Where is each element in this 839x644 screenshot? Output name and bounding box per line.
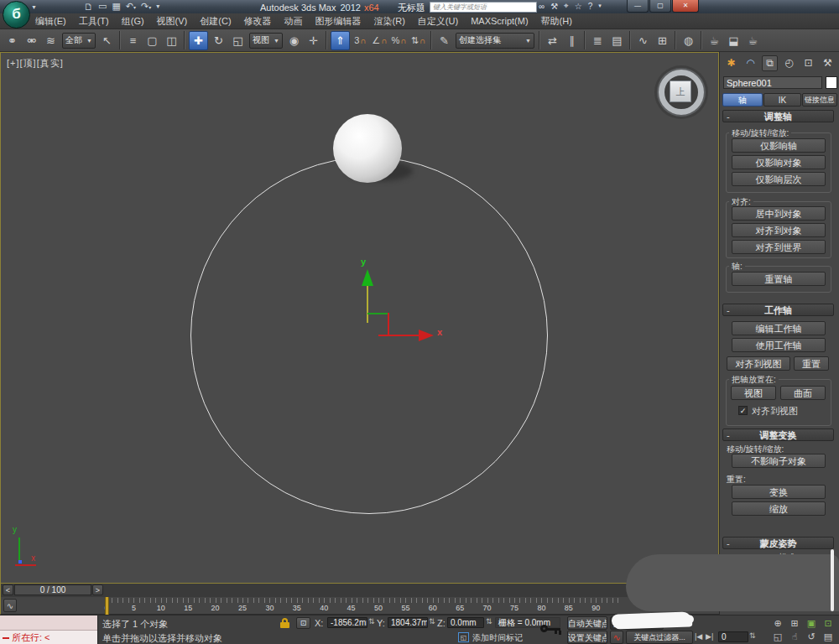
absolute-mode-icon[interactable]: ⊡ — [296, 617, 310, 629]
menu-customize[interactable]: 自定义(U) — [418, 15, 458, 28]
listener-field[interactable]: 所在行: < — [0, 631, 97, 644]
set-key-button[interactable]: 设置关键点 — [567, 631, 607, 644]
open-file-icon[interactable]: ▭ — [98, 1, 107, 12]
object-name-field[interactable]: Sphere001 — [723, 76, 822, 89]
minimize-button[interactable]: — — [627, 0, 649, 13]
align-to-view-checkbox[interactable]: ✓ — [738, 406, 748, 415]
help-icon[interactable]: ? — [588, 2, 593, 11]
material-editor-icon[interactable]: ◍ — [680, 32, 697, 49]
snaps-toggle-icon[interactable]: 3∩ — [352, 32, 369, 49]
menu-views[interactable]: 视图(V) — [157, 15, 188, 28]
maximize-button[interactable]: ▢ — [649, 0, 671, 13]
select-and-rotate-icon[interactable]: ↻ — [210, 32, 227, 49]
selection-lock-icon[interactable] — [279, 618, 291, 628]
mirror-icon[interactable]: ⇄ — [544, 32, 561, 49]
create-tab-icon[interactable]: ✱ — [723, 55, 739, 71]
redo-icon[interactable]: ↷▾ — [141, 1, 151, 12]
select-and-manipulate-icon[interactable]: ✛ — [305, 32, 322, 49]
zoom-all-icon[interactable]: ⊞ — [787, 617, 802, 630]
time-tag-icon[interactable]: ◱ — [458, 632, 469, 642]
previous-frame-button[interactable]: < — [3, 584, 13, 595]
menu-edit[interactable]: 编辑(E) — [35, 15, 66, 28]
zoom-region-icon[interactable]: ◱ — [770, 631, 785, 643]
y-spinner[interactable]: ⇅ — [429, 617, 435, 626]
menu-animation[interactable]: 动画 — [284, 15, 303, 28]
y-coordinate-field[interactable]: 1804.37mm — [388, 617, 428, 628]
dont-affect-children-button[interactable]: 不影响子对象 — [732, 454, 826, 468]
align-icon[interactable]: ∥ — [563, 32, 581, 49]
rectangular-selection-region-icon[interactable]: ▢ — [143, 32, 161, 49]
hierarchy-tab-icon[interactable]: ⧉ — [762, 55, 778, 71]
percent-snap-icon[interactable]: %∩ — [390, 32, 408, 49]
viewcube[interactable]: 上 — [654, 65, 708, 119]
maxscript-mini-listener[interactable]: 所在行: < — [0, 615, 98, 644]
next-frame-button[interactable]: > — [92, 584, 103, 595]
object-color-swatch[interactable] — [826, 76, 837, 89]
schematic-view-icon[interactable]: ⊞ — [654, 32, 671, 49]
link-info-subtab[interactable]: 链接信息 — [802, 93, 837, 106]
rendered-frame-window-icon[interactable]: ⬓ — [725, 32, 743, 49]
select-by-name-icon[interactable]: ≡ — [124, 32, 142, 49]
infocenter-caret-icon[interactable]: ▾ — [598, 3, 602, 9]
reference-coordinate-dropdown[interactable]: 视图▼ — [249, 33, 283, 49]
reset-scale-button[interactable]: 缩放 — [732, 501, 826, 516]
z-coordinate-field[interactable]: 0.0mm — [447, 617, 484, 628]
rollout-skin-pose[interactable]: -蒙皮姿势 — [722, 537, 834, 549]
current-frame-marker[interactable] — [105, 597, 109, 615]
edit-working-pivot-button[interactable]: 编辑工作轴 — [732, 321, 826, 335]
menu-maxscript[interactable]: MAXScript(M) — [471, 16, 528, 26]
center-to-object-button[interactable]: 居中到对象 — [732, 206, 826, 221]
select-and-scale-icon[interactable]: ◱ — [229, 32, 247, 49]
edit-named-selection-sets-icon[interactable]: ✎ — [435, 32, 453, 49]
key-filters-button[interactable]: 关键点过滤器... — [626, 631, 693, 644]
sphere-object[interactable] — [333, 114, 402, 183]
use-pivot-point-center-icon[interactable]: ◉ — [285, 32, 303, 49]
render-setup-icon[interactable]: ☕ — [706, 32, 723, 49]
infocenter-search-input[interactable]: 键入关键字或短语 — [430, 2, 537, 13]
select-and-link-icon[interactable]: ⚭ — [3, 32, 21, 49]
toolbar-options-caret-icon[interactable]: ▾ — [156, 3, 159, 10]
viewcube-top-face[interactable]: 上 — [670, 80, 691, 102]
viewport-label[interactable]: [+][顶][真实] — [7, 57, 64, 70]
select-and-move-icon[interactable]: ✚ — [189, 31, 208, 50]
menu-tools[interactable]: 工具(T) — [79, 15, 109, 28]
track-bar[interactable]: ∿ 051015202530354045505560657075808590 — [0, 597, 719, 615]
current-frame-field[interactable]: 0 — [718, 631, 748, 642]
keyboard-shortcut-override-icon[interactable]: ⇑ — [331, 31, 350, 50]
place-view-button[interactable]: 视图 — [731, 386, 776, 400]
x-coordinate-field[interactable]: -1856.2mm — [327, 617, 367, 628]
menu-create[interactable]: 创建(C) — [200, 15, 231, 28]
rollout-adjust-transform[interactable]: -调整变换 — [722, 428, 834, 441]
key-tangent-icon[interactable]: ∿ — [610, 631, 623, 644]
circle-spline[interactable] — [190, 157, 548, 514]
mini-curve-editor-icon[interactable]: ∿ — [3, 599, 17, 612]
place-surface-button[interactable]: 曲面 — [780, 386, 826, 400]
ribbon-toggle-icon[interactable]: ▤ — [608, 32, 626, 49]
curve-editor-icon[interactable]: ∿ — [634, 32, 652, 49]
align-to-object-button[interactable]: 对齐到对象 — [732, 223, 826, 237]
motion-tab-icon[interactable]: ◴ — [781, 55, 797, 71]
affect-pivot-only-button[interactable]: 仅影响轴 — [732, 138, 826, 153]
reset-pivot-button[interactable]: 重置轴 — [732, 272, 826, 286]
close-button[interactable]: ✕ — [672, 0, 699, 13]
set-key-big-key-icon[interactable] — [540, 621, 565, 639]
communication-center-icon[interactable]: ⌖ — [564, 1, 569, 11]
frame-spinner[interactable]: ⇅ — [749, 631, 756, 640]
menu-help[interactable]: 帮助(H) — [541, 15, 572, 28]
display-tab-icon[interactable]: ⊡ — [800, 55, 816, 71]
time-slider-handle[interactable]: 0 / 100 — [14, 584, 91, 595]
time-slider[interactable]: < 0 / 100 > — [0, 584, 719, 597]
affect-hierarchy-only-button[interactable]: 仅影响层次 — [732, 172, 826, 186]
zoom-icon[interactable]: ⊕ — [770, 617, 785, 630]
named-selection-sets-dropdown[interactable]: 创建选择集▼ — [456, 33, 534, 49]
menu-group[interactable]: 组(G) — [122, 15, 144, 28]
select-object-icon[interactable]: ↖ — [98, 32, 116, 49]
favorites-star-icon[interactable]: ☆ — [575, 2, 582, 11]
orbit-icon[interactable]: ↺ — [804, 631, 819, 643]
menu-graph-editors[interactable]: 图形编辑器 — [315, 15, 362, 28]
undo-icon[interactable]: ↶▾ — [126, 1, 136, 12]
use-working-pivot-button[interactable]: 使用工作轴 — [732, 338, 826, 352]
save-file-icon[interactable]: ▦ — [112, 1, 120, 12]
ik-subtab[interactable]: IK — [763, 93, 801, 106]
rollout-working-pivot[interactable]: -工作轴 — [722, 304, 834, 316]
